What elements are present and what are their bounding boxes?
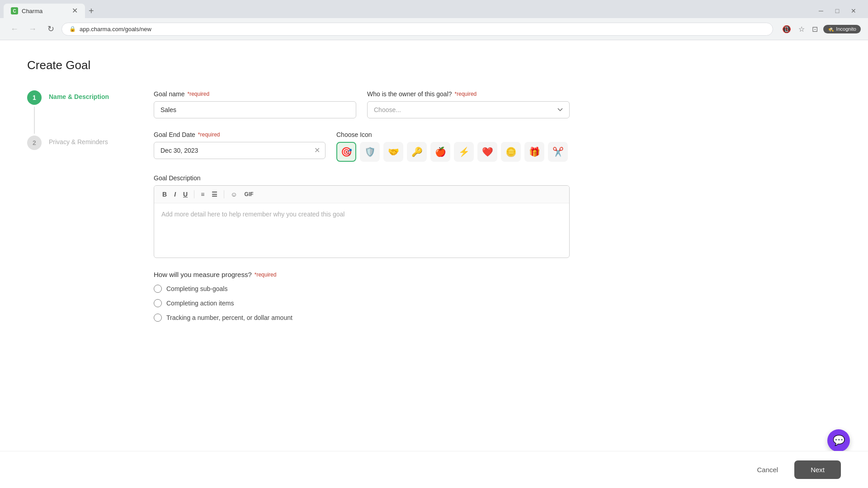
- incognito-badge: 🕵 Incognito: [823, 25, 861, 33]
- radio-action-items[interactable]: Completing action items: [154, 299, 570, 307]
- back-btn[interactable]: ←: [7, 22, 22, 36]
- icon-btn-0[interactable]: 🎯: [336, 142, 356, 162]
- page-content: Create Goal 1 Name & Description 2: [0, 40, 868, 483]
- icon-grid: 🎯 🛡️ 🤝 🔑 🍎 ⚡ ❤️ 🪙 🎁 ✂️: [336, 142, 570, 162]
- emoji-btn[interactable]: ☺: [228, 189, 240, 199]
- step-item-1: 1 Name & Description: [27, 90, 127, 136]
- step-connector-wrap-2: 2: [27, 136, 42, 150]
- tab-title: Charma: [22, 8, 42, 14]
- end-date-label: Goal End Date *required: [154, 131, 326, 138]
- maximize-btn[interactable]: □: [830, 4, 844, 18]
- icon-btn-8[interactable]: 🎁: [524, 142, 544, 162]
- icon-btn-1[interactable]: 🛡️: [360, 142, 380, 162]
- end-date-icon-row: Goal End Date *required ✕ Choose Icon 🎯 …: [154, 131, 570, 162]
- step-number-2: 2: [33, 139, 36, 146]
- bookmark-btn[interactable]: ☆: [797, 23, 807, 35]
- numbered-list-btn[interactable]: ☰: [209, 189, 220, 199]
- goal-name-group: Goal name *required: [154, 90, 356, 118]
- description-placeholder: Add more detail here to help remember wh…: [161, 211, 344, 218]
- underline-btn[interactable]: U: [180, 189, 190, 199]
- radio-sub-goals[interactable]: Completing sub-goals: [154, 285, 570, 293]
- step-label-1: Name & Description: [49, 90, 109, 100]
- goal-name-required: *required: [187, 91, 209, 97]
- page-title: Create Goal: [27, 58, 841, 72]
- reload-btn[interactable]: ↻: [43, 22, 58, 36]
- icon-picker-label: Choose Icon: [336, 131, 570, 138]
- end-date-input[interactable]: [154, 142, 326, 159]
- url-text: app.charma.com/goals/new: [80, 26, 765, 33]
- browser-tab-charma[interactable]: C Charma ✕: [4, 4, 85, 18]
- gif-btn[interactable]: GIF: [242, 190, 256, 199]
- goal-name-owner-row: Goal name *required Who is the owner of …: [154, 90, 570, 118]
- toolbar-divider-1: [194, 190, 194, 198]
- step-item-2: 2 Privacy & Reminders: [27, 136, 127, 150]
- browser-nav: ← → ↻ 🔒 app.charma.com/goals/new 📵 ☆ ⊡ 🕵…: [0, 18, 868, 40]
- minimize-btn[interactable]: ─: [814, 4, 828, 18]
- description-section: Goal Description B I U ≡ ☰ ☺ GIF Add: [154, 174, 570, 258]
- owner-label: Who is the owner of this goal? *required: [367, 90, 570, 98]
- icon-btn-6[interactable]: ❤️: [477, 142, 497, 162]
- goal-name-label: Goal name *required: [154, 90, 356, 98]
- progress-required: *required: [255, 272, 277, 278]
- new-tab-btn[interactable]: +: [85, 4, 98, 18]
- radio-tracking-label: Tracking a number, percent, or dollar am…: [166, 314, 292, 321]
- owner-select[interactable]: Choose...: [367, 101, 570, 118]
- next-button[interactable]: Next: [794, 460, 841, 479]
- radio-group: Completing sub-goals Completing action i…: [154, 285, 570, 322]
- radio-action-items-label: Completing action items: [166, 300, 234, 307]
- owner-group: Who is the owner of this goal? *required…: [367, 90, 570, 118]
- icon-picker-section: Choose Icon 🎯 🛡️ 🤝 🔑 🍎 ⚡ ❤️ 🪙 🎁 ✂️: [336, 131, 570, 162]
- end-date-group: Goal End Date *required ✕: [154, 131, 326, 159]
- step-label-2: Privacy & Reminders: [49, 136, 108, 145]
- bullet-list-btn[interactable]: ≡: [198, 189, 207, 199]
- close-window-btn[interactable]: ✕: [846, 4, 861, 18]
- step-connector-wrap-1: 1: [27, 90, 42, 136]
- radio-sub-goals-input[interactable]: [154, 285, 162, 293]
- step-line-1: [34, 107, 35, 134]
- incognito-label: Incognito: [836, 26, 856, 32]
- date-clear-btn[interactable]: ✕: [314, 147, 320, 154]
- icon-btn-4[interactable]: 🍎: [430, 142, 450, 162]
- description-editor[interactable]: Add more detail here to help remember wh…: [154, 203, 569, 258]
- radio-tracking-input[interactable]: [154, 314, 162, 322]
- italic-btn[interactable]: I: [171, 189, 179, 199]
- editor-container: B I U ≡ ☰ ☺ GIF Add more detail here to …: [154, 185, 570, 258]
- icon-btn-3[interactable]: 🔑: [407, 142, 427, 162]
- goal-name-input[interactable]: [154, 101, 356, 118]
- editor-toolbar: B I U ≡ ☰ ☺ GIF: [154, 186, 569, 203]
- step-circle-2: 2: [27, 136, 42, 150]
- icon-btn-7[interactable]: 🪙: [501, 142, 521, 162]
- address-bar[interactable]: 🔒 app.charma.com/goals/new: [61, 23, 773, 36]
- step-number-1: 1: [33, 94, 36, 101]
- browser-actions: 📵 ☆ ⊡ 🕵 Incognito: [780, 23, 861, 35]
- screen-share-btn[interactable]: 📵: [780, 23, 793, 35]
- bold-btn[interactable]: B: [160, 189, 170, 199]
- lock-icon: 🔒: [69, 26, 76, 32]
- tablet-btn[interactable]: ⊡: [810, 23, 820, 35]
- step-circle-1: 1: [27, 90, 42, 105]
- end-date-required: *required: [198, 131, 220, 138]
- browser-chrome: C Charma ✕ + ─ □ ✕ ← → ↻ 🔒 app.charma.co…: [0, 0, 868, 40]
- radio-tracking[interactable]: Tracking a number, percent, or dollar am…: [154, 314, 570, 322]
- icon-btn-2[interactable]: 🤝: [383, 142, 403, 162]
- description-label: Goal Description: [154, 174, 570, 182]
- icon-btn-9[interactable]: ✂️: [548, 142, 568, 162]
- tab-close-btn[interactable]: ✕: [72, 7, 78, 14]
- owner-required: *required: [455, 91, 477, 97]
- forward-btn[interactable]: →: [25, 22, 40, 36]
- radio-action-items-input[interactable]: [154, 299, 162, 307]
- icon-btn-5[interactable]: ⚡: [454, 142, 474, 162]
- toolbar-divider-2: [224, 190, 224, 198]
- progress-section: How will you measure progress? *required…: [154, 271, 570, 322]
- browser-tabs: C Charma ✕ + ─ □ ✕: [0, 0, 868, 18]
- page-footer: Cancel Next: [0, 451, 868, 483]
- radio-sub-goals-label: Completing sub-goals: [166, 285, 227, 292]
- cancel-button[interactable]: Cancel: [748, 461, 787, 478]
- tab-favicon: C: [11, 7, 18, 14]
- progress-label: How will you measure progress? *required: [154, 271, 570, 278]
- chat-bubble[interactable]: 💬: [827, 429, 850, 452]
- date-input-wrap: ✕: [154, 142, 326, 159]
- steps-sidebar: 1 Name & Description 2 Privacy & Reminde…: [27, 90, 127, 334]
- create-goal-layout: 1 Name & Description 2 Privacy & Reminde…: [27, 90, 570, 334]
- form-area: Goal name *required Who is the owner of …: [154, 90, 570, 334]
